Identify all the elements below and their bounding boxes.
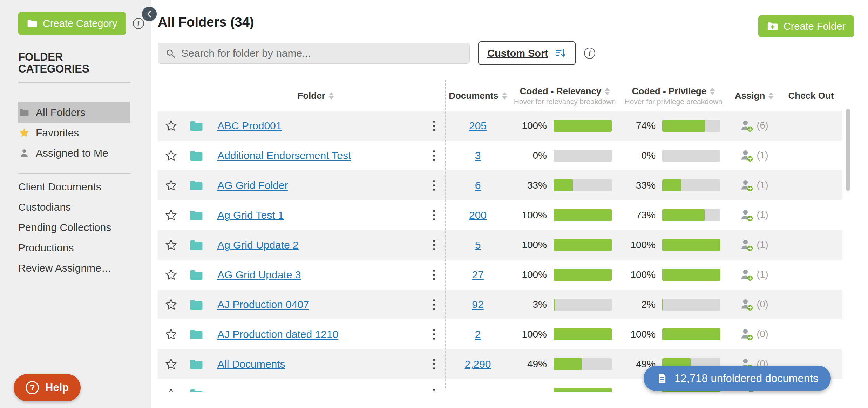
row-menu-button[interactable] — [422, 141, 445, 170]
folder-icon — [189, 327, 204, 342]
relevancy-bar[interactable] — [554, 239, 612, 251]
assign-button[interactable]: (1) — [728, 260, 780, 290]
privilege-bar[interactable] — [662, 179, 720, 191]
assign-button[interactable]: (1) — [728, 141, 780, 170]
documents-cell: 6 — [445, 170, 510, 200]
column-subtitle: Hover for relevancy breakdown — [514, 97, 616, 106]
documents-link[interactable]: 2,290 — [464, 358, 491, 370]
assign-button[interactable]: (0) — [728, 290, 780, 319]
relevancy-bar[interactable] — [554, 150, 612, 162]
row-menu-button[interactable] — [422, 200, 445, 230]
row-menu-button[interactable] — [422, 379, 445, 392]
privilege-cell: 33% — [619, 170, 728, 200]
relevancy-bar[interactable] — [554, 388, 612, 393]
documents-link[interactable]: 5 — [475, 239, 481, 251]
sidebar-item-assigned-to-me[interactable]: Assigned to Me — [18, 143, 151, 163]
relevancy-bar[interactable] — [554, 269, 612, 281]
documents-link[interactable]: 2 — [475, 328, 481, 340]
sidebar-item-label: Favorites — [36, 127, 79, 139]
column-header-relevancy[interactable]: Coded - Relevancy Hover for relevancy br… — [510, 86, 619, 106]
favorite-star-button[interactable] — [158, 349, 184, 379]
favorite-star-button[interactable] — [158, 141, 184, 170]
favorite-star-button[interactable] — [158, 290, 184, 319]
sidebar-item-label: Assigned to Me — [36, 147, 108, 159]
folder-link[interactable]: AG Grid Folder — [217, 179, 288, 191]
favorite-star-button[interactable] — [158, 319, 184, 349]
favorite-star-button[interactable] — [158, 170, 184, 200]
folder-link[interactable]: Ag Grid Update 2 — [217, 239, 299, 251]
create-folder-button[interactable]: Create Folder — [758, 15, 854, 37]
custom-sort-button[interactable]: Custom Sort — [478, 41, 576, 65]
sidebar-item-category[interactable]: Pending Collections — [18, 217, 151, 238]
folder-link[interactable]: AJ Production 0407 — [217, 299, 309, 311]
create-category-button[interactable]: Create Category — [18, 12, 126, 35]
privilege-bar[interactable] — [662, 239, 720, 251]
favorite-star-button[interactable] — [158, 111, 184, 141]
row-menu-button[interactable] — [422, 260, 445, 290]
toolbar: Custom Sort i — [158, 41, 854, 65]
privilege-bar[interactable] — [662, 328, 720, 340]
documents-link[interactable]: 200 — [469, 209, 487, 221]
row-menu-button[interactable] — [422, 230, 445, 260]
relevancy-bar[interactable] — [554, 358, 612, 370]
row-menu-button[interactable] — [422, 111, 445, 141]
sidebar-item-category[interactable]: Custodians — [18, 197, 151, 217]
sidebar-item-label: All Folders — [36, 107, 86, 118]
relevancy-bar[interactable] — [554, 209, 612, 221]
favorite-star-button[interactable] — [158, 260, 184, 290]
search-input[interactable] — [181, 47, 462, 60]
assign-button[interactable]: (1) — [728, 170, 780, 200]
folder-link[interactable]: AG Grid Update 3 — [217, 269, 301, 281]
relevancy-bar[interactable] — [554, 299, 612, 311]
privilege-bar[interactable] — [662, 209, 720, 221]
sidebar-item-category[interactable]: Productions — [18, 238, 151, 258]
info-icon[interactable]: i — [133, 18, 144, 29]
documents-link[interactable]: 3 — [475, 150, 481, 162]
sidebar-item-category[interactable]: Client Documents — [18, 177, 151, 197]
row-menu-button[interactable] — [422, 290, 445, 319]
sidebar-item-category[interactable]: Review Assignme… — [18, 258, 151, 278]
column-header-assign[interactable]: Assign — [728, 90, 780, 101]
unfoldered-documents-pill[interactable]: 12,718 unfoldered documents — [644, 366, 831, 391]
documents-link[interactable]: 27 — [472, 269, 483, 281]
row-menu-button[interactable] — [422, 319, 445, 349]
assign-button[interactable]: (0) — [728, 319, 780, 349]
scrollbar-thumb[interactable] — [846, 109, 850, 191]
folder-link[interactable]: Ag Grid Test 1 — [217, 209, 284, 221]
collapse-sidebar-button[interactable] — [141, 6, 157, 22]
assign-button[interactable]: (6) — [728, 111, 780, 141]
star-outline-icon — [164, 238, 178, 252]
sort-arrows-icon — [605, 88, 610, 95]
info-icon[interactable]: i — [584, 48, 595, 59]
column-header-folder[interactable]: Folder — [209, 90, 422, 101]
row-menu-button[interactable] — [422, 349, 445, 379]
privilege-bar[interactable] — [662, 120, 720, 132]
favorite-star-button[interactable] — [158, 379, 184, 392]
assign-button[interactable]: (1) — [728, 230, 780, 260]
folder-link[interactable]: ABC Prod001 — [217, 120, 282, 132]
folder-link[interactable]: Additional Endorsement Test — [217, 150, 351, 162]
relevancy-bar[interactable] — [554, 328, 612, 340]
privilege-bar[interactable] — [662, 150, 720, 162]
folder-icon — [189, 387, 204, 393]
documents-link[interactable]: 6 — [475, 179, 481, 191]
documents-link[interactable]: 92 — [472, 299, 483, 311]
privilege-bar[interactable] — [662, 299, 720, 311]
privilege-bar[interactable] — [662, 269, 720, 281]
folder-link[interactable]: All Documents — [217, 358, 285, 370]
assign-button[interactable]: (1) — [728, 200, 780, 230]
favorite-star-button[interactable] — [158, 200, 184, 230]
folder-link[interactable]: AJ Production dated 1210 — [217, 328, 338, 340]
row-menu-button[interactable] — [422, 170, 445, 200]
help-button[interactable]: ? Help — [14, 374, 81, 401]
relevancy-bar[interactable] — [554, 179, 612, 191]
column-header-documents[interactable]: Documents — [445, 90, 510, 101]
relevancy-bar[interactable] — [554, 120, 612, 132]
sidebar-item-all-folders[interactable]: All Folders — [18, 102, 130, 123]
sidebar-item-favorites[interactable]: Favorites — [18, 123, 151, 143]
table-row: AJ Production 0407 92 3% 2% (0) — [158, 290, 842, 319]
column-header-privilege[interactable]: Coded - Privilege Hover for privilege br… — [619, 86, 728, 106]
documents-link[interactable]: 205 — [469, 120, 487, 132]
favorite-star-button[interactable] — [158, 230, 184, 260]
assign-user-icon — [740, 149, 754, 163]
